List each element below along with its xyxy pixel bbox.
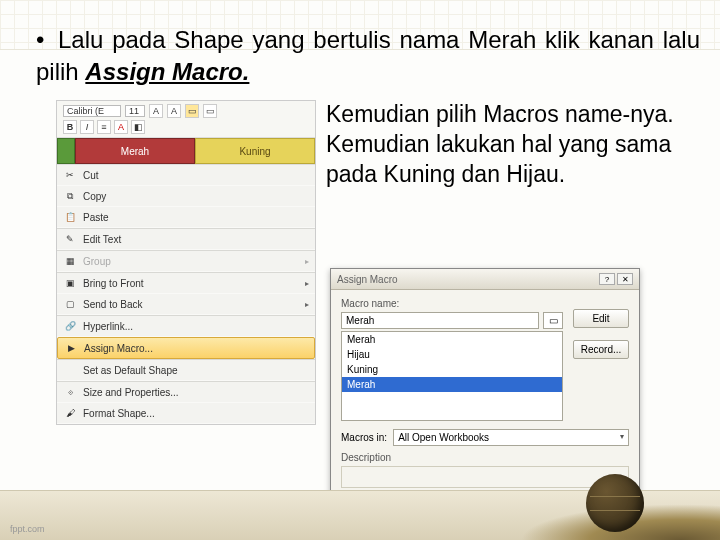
list-item[interactable]: Merah: [342, 332, 562, 347]
macro-listbox[interactable]: Merah Hijau Kuning Merah: [341, 331, 563, 421]
bold-button[interactable]: B: [63, 120, 77, 134]
dialog-titlebar: Assign Macro ? ✕: [331, 269, 639, 290]
ctx-size-props[interactable]: ⟐ Size and Properties...: [57, 381, 315, 403]
chevron-right-icon: ▸: [305, 279, 309, 288]
ctx-edit-text-label: Edit Text: [83, 234, 309, 245]
hyperlink-icon: 🔗: [63, 319, 77, 333]
format-icon: 🖌: [63, 406, 77, 420]
shape-yellow[interactable]: Kuning: [195, 138, 315, 164]
ctx-edit-text[interactable]: ✎ Edit Text: [57, 228, 315, 250]
paste-icon: 📋: [63, 210, 77, 224]
blank-icon: [63, 363, 77, 377]
context-menu: ✂ Cut ⧉ Copy 📋 Paste ✎ Edit Text ▦ Group…: [57, 164, 315, 424]
macros-in-combo[interactable]: All Open Workbooks: [393, 429, 629, 446]
align-button[interactable]: ≡: [97, 120, 111, 134]
font-name-box[interactable]: Calibri (E: [63, 105, 121, 117]
dialog-title: Assign Macro: [337, 274, 597, 285]
ctx-copy-label: Copy: [83, 191, 309, 202]
list-item[interactable]: Hijau: [342, 347, 562, 362]
copy-icon: ⧉: [63, 189, 77, 203]
ctx-assign-macro-label: Assign Macro...: [84, 343, 308, 354]
shape-row: Merah Kuning: [57, 138, 315, 164]
collapse-dialog-button[interactable]: ▭: [543, 312, 563, 329]
description-label: Description: [341, 452, 629, 463]
edit-text-icon: ✎: [63, 232, 77, 246]
bullet-dot: •: [36, 24, 58, 56]
macro-name-input[interactable]: Merah: [341, 312, 539, 329]
ctx-cut-label: Cut: [83, 170, 309, 181]
group-icon: ▦: [63, 254, 77, 268]
ctx-set-default[interactable]: Set as Default Shape: [57, 359, 315, 381]
description-box: [341, 466, 629, 488]
close-button[interactable]: ✕: [617, 273, 633, 285]
chevron-right-icon: ▸: [305, 300, 309, 309]
fill-color-button[interactable]: ◧: [131, 120, 145, 134]
font-size-box[interactable]: 11: [125, 105, 145, 117]
ctx-group-label: Group: [83, 256, 299, 267]
scissors-icon: ✂: [63, 168, 77, 182]
record-button[interactable]: Record...: [573, 340, 629, 359]
edit-button[interactable]: Edit: [573, 309, 629, 328]
shape-red[interactable]: Merah: [75, 138, 195, 164]
size-icon: ⟐: [63, 385, 77, 399]
ctx-assign-macro[interactable]: ▶ Assign Macro...: [57, 337, 315, 359]
bullet-text-emph: Assign Macro.: [85, 58, 249, 85]
ctx-paste-label: Paste: [83, 212, 309, 223]
macro-name-label: Macro name:: [341, 298, 563, 309]
mini-toolbar: Calibri (E 11 A A ▭ ▭ B I ≡ A ◧: [57, 101, 315, 138]
ctx-hyperlink-label: Hyperlink...: [83, 321, 309, 332]
ctx-size-props-label: Size and Properties...: [83, 387, 309, 398]
ctx-copy[interactable]: ⧉ Copy: [57, 186, 315, 207]
screenshot-context-menu: Calibri (E 11 A A ▭ ▭ B I ≡ A ◧ Merah Ku…: [56, 100, 316, 425]
collapse-icon: ▭: [549, 315, 558, 326]
shape-green-edge: [57, 138, 75, 164]
ctx-cut[interactable]: ✂ Cut: [57, 165, 315, 186]
chevron-right-icon: ▸: [305, 257, 309, 266]
font-color-button[interactable]: A: [114, 120, 128, 134]
ctx-format-shape[interactable]: 🖌 Format Shape...: [57, 403, 315, 424]
ctx-set-default-label: Set as Default Shape: [83, 365, 309, 376]
ctx-bring-front-label: Bring to Front: [83, 278, 299, 289]
shrink-font-button[interactable]: A: [167, 104, 181, 118]
send-back-icon: ▢: [63, 297, 77, 311]
list-item[interactable]: Kuning: [342, 362, 562, 377]
grow-font-button[interactable]: A: [149, 104, 163, 118]
ctx-paste[interactable]: 📋 Paste: [57, 207, 315, 228]
ctx-group: ▦ Group ▸: [57, 250, 315, 272]
shape-fill-button[interactable]: ▭: [185, 104, 199, 118]
list-item-selected[interactable]: Merah: [342, 377, 562, 392]
ctx-bring-front[interactable]: ▣ Bring to Front ▸: [57, 272, 315, 294]
ctx-send-back[interactable]: ▢ Send to Back ▸: [57, 294, 315, 315]
footer-credit: fppt.com: [10, 524, 45, 534]
macro-icon: ▶: [64, 341, 78, 355]
shape-outline-button[interactable]: ▭: [203, 104, 217, 118]
help-button[interactable]: ?: [599, 273, 615, 285]
globe-icon: [586, 474, 644, 532]
macros-in-label: Macros in:: [341, 432, 387, 443]
bring-front-icon: ▣: [63, 276, 77, 290]
ctx-hyperlink[interactable]: 🔗 Hyperlink...: [57, 315, 315, 337]
ctx-send-back-label: Send to Back: [83, 299, 299, 310]
bullet-paragraph: •Lalu pada Shape yang bertulis nama Mera…: [36, 24, 700, 87]
italic-button[interactable]: I: [80, 120, 94, 134]
ctx-format-shape-label: Format Shape...: [83, 408, 309, 419]
